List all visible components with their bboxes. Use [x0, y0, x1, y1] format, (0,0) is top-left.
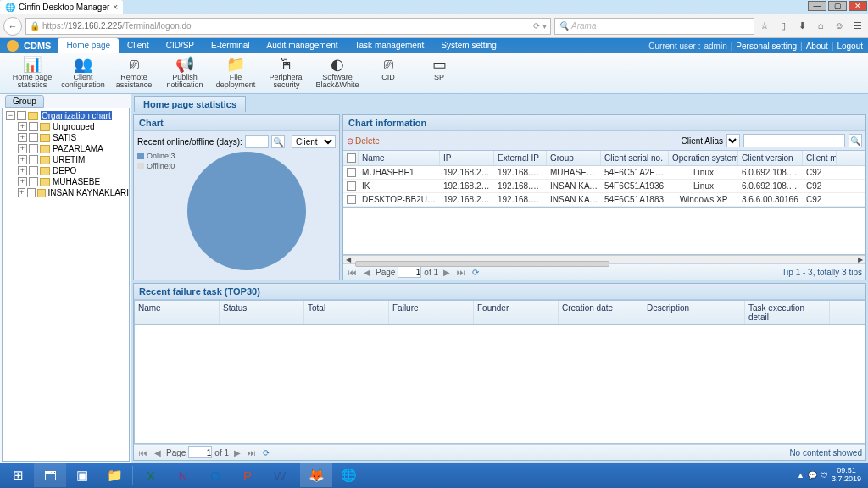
smile-icon[interactable]: ☺: [832, 20, 846, 31]
tool-4[interactable]: 📁Filedeployment: [210, 55, 261, 93]
checkbox[interactable]: [29, 122, 38, 131]
tree-item[interactable]: +URETIM: [3, 154, 129, 165]
url-bar[interactable]: 🔒 https:// 192.168.2.225 /Terminal/logon…: [25, 18, 551, 35]
clipboard-icon[interactable]: ▯: [776, 20, 790, 31]
tree-item[interactable]: +MUHASEBE: [3, 176, 129, 187]
checkbox[interactable]: [29, 166, 38, 175]
refresh-icon[interactable]: ⟳: [470, 268, 481, 277]
tree-item[interactable]: +DEPO: [3, 165, 129, 176]
chart-type-select[interactable]: Client: [292, 135, 336, 148]
fcol-total[interactable]: Total: [304, 301, 389, 324]
row-checkbox[interactable]: [347, 181, 356, 191]
window-minimize-button[interactable]: —: [808, 1, 826, 11]
expand-icon[interactable]: +: [18, 166, 27, 175]
refresh-icon[interactable]: ⟳: [260, 448, 272, 458]
col-ip[interactable]: IP: [440, 151, 494, 165]
collapse-icon[interactable]: −: [6, 111, 15, 120]
expand-icon[interactable]: +: [18, 177, 27, 186]
taskbar-onenote-icon[interactable]: N: [167, 463, 199, 487]
alias-search-button[interactable]: 🔍: [849, 134, 862, 147]
tool-2[interactable]: ⎚Remoteassistance: [108, 55, 159, 93]
horizontal-scrollbar[interactable]: ◀ ▶: [343, 255, 865, 263]
table-row[interactable]: DESKTOP-BB2U6I8192.168.2.207192.168.2.20…: [343, 193, 865, 207]
star-icon[interactable]: ☆: [758, 20, 771, 31]
pager-prev-icon[interactable]: ◀: [361, 268, 373, 277]
refresh-dropdown-icon[interactable]: ⟳ ▾: [533, 21, 547, 30]
row-checkbox[interactable]: [347, 195, 356, 204]
menu-audit[interactable]: Audit management: [259, 38, 347, 53]
pager-prev-icon[interactable]: ◀: [152, 448, 164, 458]
browser-search[interactable]: 🔍 Arama: [554, 18, 754, 35]
pager-last-icon[interactable]: ⏭: [246, 448, 258, 458]
window-close-button[interactable]: ✕: [849, 1, 867, 11]
sidebar-group-tab[interactable]: Group: [5, 95, 44, 108]
pager-next-icon[interactable]: ▶: [441, 268, 453, 277]
fcol-creation-date[interactable]: Creation date: [559, 301, 643, 324]
tool-6[interactable]: ◐SoftwareBlack&White: [312, 55, 363, 93]
tool-5[interactable]: 🖱Peripheralsecurity: [261, 55, 312, 93]
tray-action-center-icon[interactable]: 💬: [808, 471, 817, 480]
delete-button[interactable]: ⊖Delete: [347, 136, 380, 146]
personal-setting-link[interactable]: Personal setting: [736, 42, 797, 51]
menu-cid-sp[interactable]: CID/SP: [158, 38, 203, 53]
expand-icon[interactable]: +: [18, 144, 27, 153]
menu-system[interactable]: System setting: [432, 38, 505, 53]
checkbox[interactable]: [29, 144, 38, 153]
tree-item[interactable]: +INSAN KAYNAKLARI: [3, 187, 129, 198]
expand-icon[interactable]: +: [18, 122, 27, 131]
scroll-thumb[interactable]: [355, 261, 609, 267]
taskbar-excel-icon[interactable]: X: [135, 463, 167, 487]
tree-item[interactable]: +PAZARLAMA: [3, 143, 129, 154]
pager-next-icon[interactable]: ▶: [231, 448, 243, 458]
pager-first-icon[interactable]: ⏮: [347, 268, 359, 277]
scroll-right-icon[interactable]: ▶: [855, 256, 865, 263]
tool-7[interactable]: ⎚CID: [363, 55, 414, 93]
row-checkbox[interactable]: [347, 168, 356, 177]
checkbox[interactable]: [27, 188, 35, 197]
col-os[interactable]: Operation system: [669, 151, 738, 165]
browser-tab[interactable]: 🌐 Cinfin Desktop Manager ×: [0, 0, 123, 14]
col-name[interactable]: Name: [359, 151, 440, 165]
pager-first-icon[interactable]: ⏮: [137, 448, 149, 458]
tool-8[interactable]: ▭SP: [414, 55, 465, 93]
download-icon[interactable]: ⬇: [795, 20, 809, 31]
expand-icon[interactable]: +: [18, 133, 27, 142]
alias-select[interactable]: [726, 134, 740, 147]
clock[interactable]: 09:51 3.7.2019: [832, 467, 861, 484]
expand-icon[interactable]: +: [18, 155, 27, 164]
chart-search-button[interactable]: 🔍: [271, 135, 285, 148]
fcol-name[interactable]: Name: [135, 301, 220, 324]
taskbar-word-icon[interactable]: W: [264, 463, 296, 487]
menu-client[interactable]: Client: [119, 38, 158, 53]
col-serial[interactable]: Client serial no.: [601, 151, 669, 165]
table-row[interactable]: IK192.168.2.194192.168.2.194INSAN KAYNA.…: [343, 180, 865, 193]
col-external-ip[interactable]: External IP: [494, 151, 547, 165]
taskbar-powerpoint-icon[interactable]: P: [231, 463, 264, 487]
menu-icon[interactable]: ☰: [851, 20, 865, 31]
scroll-left-icon[interactable]: ◀: [343, 256, 353, 263]
back-button[interactable]: ←: [3, 17, 22, 36]
fcol-status[interactable]: Status: [220, 301, 304, 324]
menu-home-page[interactable]: Home page: [58, 38, 119, 53]
chart-days-input[interactable]: [245, 135, 269, 148]
logout-link[interactable]: Logout: [837, 42, 863, 51]
page-input[interactable]: [188, 446, 212, 458]
table-row[interactable]: MUHASEBE1192.168.2.197192.168.2.197MUHAS…: [343, 166, 865, 180]
start-button[interactable]: ⊞: [2, 463, 34, 487]
taskbar-outlook-icon[interactable]: O: [199, 463, 231, 487]
taskbar-file-explorer-icon[interactable]: 📁: [98, 463, 131, 487]
col-version[interactable]: Client version: [738, 151, 803, 165]
checkbox[interactable]: [17, 111, 26, 120]
menu-e-terminal[interactable]: E-terminal: [203, 38, 259, 53]
fcol-description[interactable]: Description: [643, 301, 745, 324]
home-icon[interactable]: ⌂: [814, 20, 827, 31]
col-group[interactable]: Group: [547, 151, 601, 165]
window-maximize-button[interactable]: ▢: [828, 1, 847, 11]
tree-item[interactable]: +Ungrouped: [3, 121, 129, 132]
close-icon[interactable]: ×: [113, 3, 118, 12]
alias-input[interactable]: [743, 134, 845, 147]
taskbar-chrome-icon[interactable]: 🌐: [332, 463, 364, 487]
tree-item[interactable]: +SATIS: [3, 132, 129, 143]
pager-last-icon[interactable]: ⏭: [455, 268, 467, 277]
checkbox[interactable]: [29, 155, 38, 164]
